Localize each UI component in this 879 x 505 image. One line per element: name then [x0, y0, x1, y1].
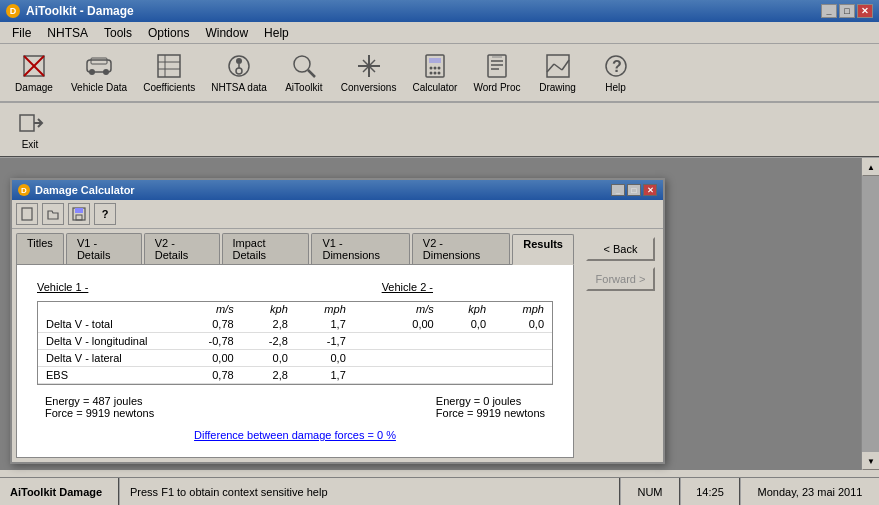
dialog-body: Titles V1 - Details V2 - Details Impact … — [12, 229, 663, 462]
tab-v1-dimensions[interactable]: V1 - Dimensions — [311, 233, 409, 264]
col-v1-mph-header: mph — [296, 302, 354, 316]
toolbar-conversions[interactable]: Conversions — [334, 48, 404, 97]
dialog-main-area: Titles V1 - Details V2 - Details Impact … — [12, 229, 578, 462]
column-headers-row: m/s kph mph m/s kph mph — [38, 302, 552, 316]
menu-window[interactable]: Window — [197, 24, 256, 42]
row3-v2-ms — [384, 350, 442, 367]
word-proc-icon — [483, 52, 511, 80]
svg-text:?: ? — [612, 58, 622, 75]
dialog-open-button[interactable] — [42, 203, 64, 225]
damage-icon — [20, 52, 48, 80]
drawing-icon — [544, 52, 572, 80]
row3-v1-ms: 0,00 — [178, 350, 242, 367]
dialog-save-button[interactable] — [68, 203, 90, 225]
tab-impact-details[interactable]: Impact Details — [222, 233, 310, 264]
row4-v1-mph: 1,7 — [296, 367, 354, 384]
aitoolkit-icon — [290, 52, 318, 80]
difference-link[interactable]: Difference between damage forces = 0 % — [194, 429, 396, 441]
scroll-track[interactable] — [862, 176, 879, 452]
svg-point-13 — [236, 68, 242, 74]
title-bar: D AiToolkit - Damage _ □ ✕ — [0, 0, 879, 22]
main-scrollbar: ▲ ▼ — [861, 158, 879, 470]
scroll-up-button[interactable]: ▲ — [862, 158, 879, 176]
svg-point-15 — [294, 56, 310, 72]
row3-v1-mph: 0,0 — [296, 350, 354, 367]
toolbar-drawing[interactable]: Drawing — [530, 48, 586, 97]
nhtsa-data-icon — [225, 52, 253, 80]
toolbar-damage[interactable]: Damage — [6, 48, 62, 97]
svg-point-24 — [433, 67, 436, 70]
table-row: Delta V - total 0,78 2,8 1,7 0,00 0,0 0,… — [38, 316, 552, 333]
toolbar-nhtsa-data[interactable]: NHTSA data — [204, 48, 274, 97]
app-title: AiToolkit - Damage — [26, 4, 134, 18]
app-icon: D — [6, 4, 20, 18]
svg-line-16 — [308, 70, 315, 77]
energy-force-section: Energy = 487 joules Force = 9919 newtons… — [29, 389, 561, 425]
menu-tools[interactable]: Tools — [96, 24, 140, 42]
row4-label: EBS — [38, 367, 178, 384]
svg-line-37 — [562, 60, 569, 70]
svg-rect-44 — [75, 208, 83, 213]
row1-v2-ms: 0,00 — [384, 316, 442, 333]
row4-v2-kph — [442, 367, 494, 384]
svg-point-5 — [103, 69, 109, 75]
toolbar-vehicle-data[interactable]: Vehicle Data — [64, 48, 134, 97]
vehicle1-energy-force: Energy = 487 joules Force = 9919 newtons — [45, 395, 154, 419]
status-bar: AiToolkit Damage Press F1 to obtain cont… — [0, 477, 879, 505]
toolbar-coefficients[interactable]: Coefficients — [136, 48, 202, 97]
vehicle2-energy-force: Energy = 0 joules Force = 9919 newtons — [436, 395, 545, 419]
status-time: 14:25 — [679, 478, 739, 505]
minimize-button[interactable]: _ — [821, 4, 837, 18]
maximize-button[interactable]: □ — [839, 4, 855, 18]
vehicle1-header: Vehicle 1 - — [37, 281, 88, 293]
dialog-toolbar: ? — [12, 200, 663, 229]
tab-v1-details[interactable]: V1 - Details — [66, 233, 142, 264]
svg-rect-45 — [76, 215, 82, 220]
toolbar-help[interactable]: ? Help — [588, 48, 644, 97]
status-app-name: AiToolkit Damage — [0, 478, 120, 505]
toolbar-aitoolkit[interactable]: AiToolkit — [276, 48, 332, 97]
toolbar-exit[interactable]: Exit — [6, 105, 54, 154]
menu-options[interactable]: Options — [140, 24, 197, 42]
row2-v1-ms: -0,78 — [178, 333, 242, 350]
svg-point-26 — [429, 72, 432, 75]
row2-v2-kph — [442, 333, 494, 350]
svg-rect-29 — [488, 55, 506, 77]
forward-button[interactable]: Forward > — [586, 267, 655, 291]
main-toolbar: Damage Vehicle Data Coefficients NHTSA d… — [0, 44, 879, 103]
svg-point-25 — [437, 67, 440, 70]
svg-point-4 — [89, 69, 95, 75]
back-button[interactable]: < Back — [586, 237, 655, 261]
dialog-maximize[interactable]: □ — [627, 184, 641, 196]
scroll-down-button[interactable]: ▼ — [862, 452, 879, 470]
help-icon: ? — [602, 52, 630, 80]
force1-text: Force = 9919 newtons — [45, 407, 154, 419]
svg-rect-42 — [22, 208, 32, 220]
tab-titles[interactable]: Titles — [16, 233, 64, 264]
toolbar-word-proc[interactable]: Word Proc — [466, 48, 527, 97]
row4-v2-mph — [494, 367, 552, 384]
row2-spacer — [354, 333, 384, 350]
status-right-section: NUM 14:25 Monday, 23 mai 2011 — [619, 478, 879, 505]
menu-file[interactable]: File — [4, 24, 39, 42]
row1-v1-mph: 1,7 — [296, 316, 354, 333]
toolbar-calculator[interactable]: Calculator — [405, 48, 464, 97]
row3-v2-mph — [494, 350, 552, 367]
dialog-new-button[interactable] — [16, 203, 38, 225]
row1-label: Delta V - total — [38, 316, 178, 333]
menu-nhtsa[interactable]: NHTSA — [39, 24, 96, 42]
dialog-minimize[interactable]: _ — [611, 184, 625, 196]
table-row: EBS 0,78 2,8 1,7 — [38, 367, 552, 384]
row4-spacer — [354, 367, 384, 384]
table-row: Delta V - lateral 0,00 0,0 0,0 — [38, 350, 552, 367]
dialog-help-button[interactable]: ? — [94, 203, 116, 225]
vehicle-data-icon — [85, 52, 113, 80]
menu-help[interactable]: Help — [256, 24, 297, 42]
tab-v2-details[interactable]: V2 - Details — [144, 233, 220, 264]
close-button[interactable]: ✕ — [857, 4, 873, 18]
tab-results[interactable]: Results — [512, 234, 574, 265]
tab-v2-dimensions[interactable]: V2 - Dimensions — [412, 233, 510, 264]
col-v1-ms-header: m/s — [178, 302, 242, 316]
dialog-close[interactable]: ✕ — [643, 184, 657, 196]
svg-rect-7 — [158, 55, 180, 77]
